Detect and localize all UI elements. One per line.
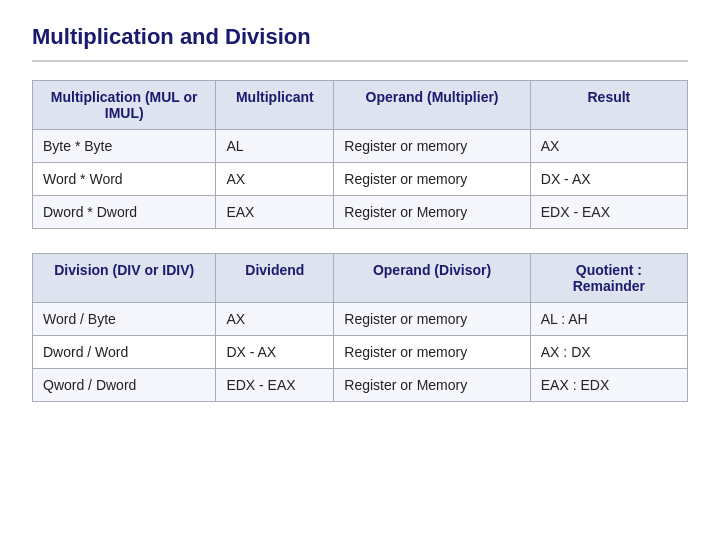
div-header-row: Division (DIV or IDIV) Dividend Operand … <box>33 254 688 303</box>
mul-cell-0-0: Byte * Byte <box>33 130 216 163</box>
mul-cell-0-1: AL <box>216 130 334 163</box>
div-header-col3: Operand (Divisor) <box>334 254 531 303</box>
table-row: Word * WordAXRegister or memoryDX - AX <box>33 163 688 196</box>
mul-cell-2-1: EAX <box>216 196 334 229</box>
page-title: Multiplication and Division <box>32 24 688 50</box>
mul-cell-1-1: AX <box>216 163 334 196</box>
table-row: Word / ByteAXRegister or memoryAL : AH <box>33 303 688 336</box>
mul-cell-1-0: Word * Word <box>33 163 216 196</box>
div-cell-0-0: Word / Byte <box>33 303 216 336</box>
div-header-col4: Quotient : Remainder <box>530 254 687 303</box>
mul-header-col2: Multiplicant <box>216 81 334 130</box>
div-cell-0-3: AL : AH <box>530 303 687 336</box>
mul-cell-2-2: Register or Memory <box>334 196 531 229</box>
div-cell-2-1: EDX - EAX <box>216 369 334 402</box>
mul-cell-2-0: Dword * Dword <box>33 196 216 229</box>
div-cell-2-3: EAX : EDX <box>530 369 687 402</box>
mul-cell-1-3: DX - AX <box>530 163 687 196</box>
table-row: Dword / WordDX - AXRegister or memoryAX … <box>33 336 688 369</box>
mul-cell-1-2: Register or memory <box>334 163 531 196</box>
table-row: Qword / DwordEDX - EAXRegister or Memory… <box>33 369 688 402</box>
mul-cell-0-2: Register or memory <box>334 130 531 163</box>
division-table: Division (DIV or IDIV) Dividend Operand … <box>32 253 688 402</box>
mul-header-row: Multiplication (MUL or IMUL) Multiplican… <box>33 81 688 130</box>
mul-cell-0-3: AX <box>530 130 687 163</box>
div-cell-1-1: DX - AX <box>216 336 334 369</box>
div-cell-0-2: Register or memory <box>334 303 531 336</box>
div-cell-2-2: Register or Memory <box>334 369 531 402</box>
div-header-col2: Dividend <box>216 254 334 303</box>
table-row: Byte * ByteALRegister or memoryAX <box>33 130 688 163</box>
mul-cell-2-3: EDX - EAX <box>530 196 687 229</box>
mul-header-col3: Operand (Multiplier) <box>334 81 531 130</box>
div-header-col1: Division (DIV or IDIV) <box>33 254 216 303</box>
table-row: Dword * DwordEAXRegister or MemoryEDX - … <box>33 196 688 229</box>
mul-header-col1: Multiplication (MUL or IMUL) <box>33 81 216 130</box>
div-cell-2-0: Qword / Dword <box>33 369 216 402</box>
divider <box>32 60 688 62</box>
div-cell-1-3: AX : DX <box>530 336 687 369</box>
div-cell-1-0: Dword / Word <box>33 336 216 369</box>
mul-header-col4: Result <box>530 81 687 130</box>
div-cell-1-2: Register or memory <box>334 336 531 369</box>
div-cell-0-1: AX <box>216 303 334 336</box>
multiplication-table: Multiplication (MUL or IMUL) Multiplican… <box>32 80 688 229</box>
